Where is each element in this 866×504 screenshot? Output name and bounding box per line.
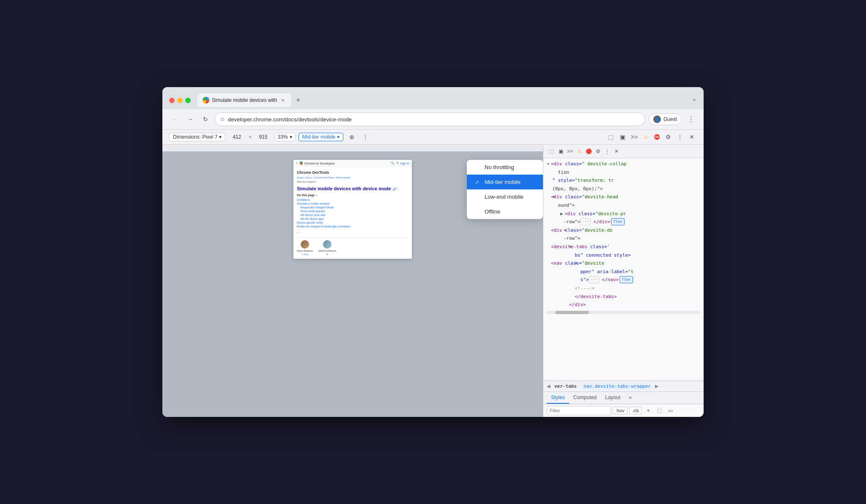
html-line-13: ▾ <nav class= "devsite: [543, 259, 704, 268]
more-icon[interactable]: ⋮: [603, 147, 612, 156]
settings-icon-button[interactable]: ⚙: [663, 132, 673, 142]
close-button[interactable]: [169, 98, 175, 103]
url-text: developer.chrome.com/docs/devtools/devic…: [228, 116, 640, 123]
device-theme-icon: ☀: [396, 162, 399, 165]
author-2-avatar: [323, 240, 332, 249]
computed-box-button[interactable]: ▭: [666, 406, 675, 415]
width-input[interactable]: [229, 134, 245, 140]
height-input[interactable]: [255, 134, 271, 140]
error-icon[interactable]: ⛔: [652, 132, 661, 142]
add-style-button[interactable]: +: [644, 406, 653, 415]
dimension-separator: ×: [248, 134, 252, 140]
styles-toolbar: :hov .cls + ⬚ ▭: [543, 404, 704, 417]
throttle-mid-tier[interactable]: ✓ Mid-tier mobile: [467, 175, 543, 189]
new-tab-button[interactable]: +: [292, 94, 304, 106]
back-button[interactable]: ←: [169, 113, 181, 125]
dimensions-label: Dimensions: Pixel 7: [173, 134, 217, 140]
devtools-toolbar: Dimensions: Pixel 7 ▾ × 33% ▾ Mid-tier m…: [162, 129, 704, 145]
profile-button[interactable]: 👤 Guest: [649, 113, 682, 125]
styles-tabs-bar: Styles Computed Layout »: [543, 392, 704, 404]
throttle-no-throttling[interactable]: No throttling: [467, 160, 543, 175]
device-nav-bar: ≡ Chrome for Developers 🔍 ☀ Sign in: [293, 160, 412, 167]
device-toc-item-6: Device-specific mode: [297, 221, 408, 225]
filter-input[interactable]: [547, 406, 611, 415]
tab-layout[interactable]: Layout: [601, 392, 625, 404]
throttle-low-end[interactable]: Low-end mobile: [467, 189, 543, 204]
error-count-icon[interactable]: 🔴: [584, 147, 593, 156]
device-page-title: Chrome DevTools: [297, 170, 408, 175]
address-bar[interactable]: ⊙ developer.chrome.com/docs/devtools/dev…: [215, 112, 645, 126]
html-line-2: tion: [543, 168, 704, 177]
device-favicon: [299, 162, 303, 165]
profile-icon: 👤: [653, 115, 661, 123]
dimensions-selector[interactable]: Dimensions: Pixel 7 ▾: [169, 133, 225, 141]
author-2-name: Sofia Emelianova: [318, 249, 336, 252]
more-devtools-button[interactable]: >>: [629, 132, 639, 142]
tabs-menu-button[interactable]: ⌄: [692, 95, 697, 102]
warning-count-icon[interactable]: ⚠: [575, 147, 584, 156]
scroll-track: [547, 311, 700, 314]
more-panels-icon[interactable]: >>: [565, 147, 575, 156]
warning-icon[interactable]: ⚠: [641, 132, 650, 142]
tab-styles[interactable]: Styles: [547, 392, 569, 404]
breadcrumb-ver-tabs[interactable]: ver-tabs: [552, 383, 579, 390]
tab-favicon: [203, 97, 209, 104]
minimize-button[interactable]: [177, 98, 183, 103]
ruler-top: [162, 145, 543, 151]
dimensions-arrow: ▾: [219, 134, 222, 140]
close-devtools-button[interactable]: ✕: [687, 132, 697, 142]
html-line-5: ▾ <div class= "devsite-head: [543, 193, 704, 201]
html-line-11: ▾ <devsite-tabs class= ': [543, 243, 704, 251]
tab-close-button[interactable]: ✕: [280, 97, 286, 104]
html-line-14: pper" aria-label= "t: [543, 268, 704, 276]
scroll-thumb: [555, 311, 589, 314]
throttle-container: Mid-tier mobile ▾: [299, 133, 344, 141]
inspect-icon[interactable]: ⬚: [547, 147, 556, 156]
device-toc-item-3: Show media queries: [297, 209, 408, 213]
device-toc-item-1: Simulate a mobile viewport: [297, 202, 408, 205]
author-1-social: 𝕏 ⓖ ☁: [301, 253, 309, 255]
maximize-button[interactable]: [185, 98, 191, 103]
device-area: No throttling ✓ Mid-tier mobile Low-end …: [162, 145, 543, 417]
tab-computed[interactable]: Computed: [569, 392, 601, 404]
more-options-button[interactable]: ⋮: [360, 132, 370, 142]
device-breadcrumb: Home › Docs › Chrome DevTools › More pan…: [297, 176, 408, 179]
nav-bar: ← → ↻ ⊙ developer.chrome.com/docs/devtoo…: [162, 109, 704, 129]
active-tab[interactable]: Simulate mobile devices with ✕: [197, 93, 291, 107]
throttle-offline[interactable]: Offline: [467, 204, 543, 219]
low-end-label: Low-end mobile: [485, 194, 523, 200]
inspect-button[interactable]: ⬚: [606, 132, 616, 142]
breadcrumb-right-arrow[interactable]: ▶: [655, 383, 658, 389]
html-line-1: ▾ <div class= " devsite-collap: [543, 160, 704, 168]
device-toc-item-0: Limitations: [297, 198, 408, 202]
refresh-button[interactable]: ↻: [200, 113, 211, 125]
device-search-icon: 🔍: [391, 162, 395, 165]
sensor-icon-button[interactable]: ⊕: [347, 132, 357, 142]
no-throttling-check: [475, 164, 481, 170]
devtools-html-content: ▾ <div class= " devsite-collap tion " st…: [543, 158, 704, 381]
element-state-button[interactable]: ⬚: [655, 406, 664, 415]
breadcrumb-nav-wrapper[interactable]: nav.devsite-tabs-wrapper: [581, 383, 653, 390]
close-icon[interactable]: ✕: [612, 147, 621, 156]
responsive-icon[interactable]: ▣: [556, 147, 565, 156]
author-1-name: Kayce Basques: [297, 249, 313, 252]
devtools-more-button[interactable]: ⋮: [675, 132, 685, 142]
profile-label: Guest: [663, 116, 677, 122]
breadcrumb-left-arrow[interactable]: ◀: [547, 383, 550, 389]
settings-icon[interactable]: ⚙: [593, 147, 603, 156]
ellipsis-badge-2[interactable]: ···: [589, 276, 599, 283]
tab-more-styles[interactable]: »: [625, 392, 636, 404]
chrome-menu-button[interactable]: ⋮: [685, 113, 697, 125]
cls-button[interactable]: .cls: [629, 407, 642, 414]
throttle-selector[interactable]: Mid-tier mobile ▾: [299, 133, 344, 141]
device-toc-label: On this page ⌄: [297, 193, 408, 197]
horizontal-scrollbar[interactable]: [547, 311, 700, 314]
zoom-arrow: ▾: [290, 134, 292, 140]
ellipsis-badge-1[interactable]: ···: [580, 218, 590, 225]
device-toggle-button[interactable]: ▣: [617, 132, 628, 142]
device-screen: ≡ Chrome for Developers 🔍 ☀ Sign in Chro…: [293, 160, 412, 259]
html-line-3: " style= "transform: tr: [543, 176, 704, 185]
zoom-selector[interactable]: 33% ▾: [275, 133, 295, 141]
hov-button[interactable]: :hov: [613, 407, 628, 414]
forward-button[interactable]: →: [184, 113, 196, 125]
